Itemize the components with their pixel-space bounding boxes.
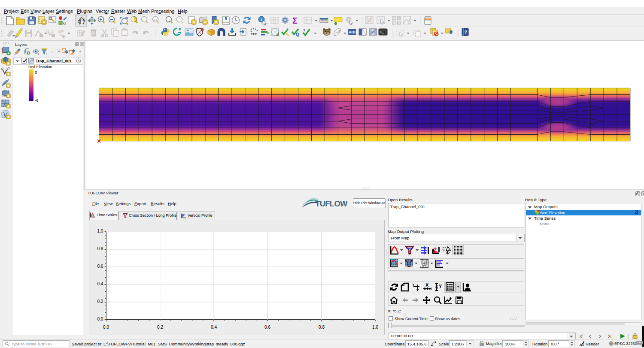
svg-text:Y: Y [439, 284, 442, 289]
svg-text:ARR: ARR [349, 30, 357, 34]
svg-text:?: ? [465, 30, 468, 35]
svg-text:ε: ε [398, 21, 399, 25]
svg-text:Y: Y [412, 283, 415, 287]
svg-text:>_: >_ [380, 30, 384, 34]
svg-text:1:1: 1:1 [154, 18, 158, 21]
svg-text:i: i [261, 17, 262, 22]
svg-text:TCF: TCF [251, 32, 258, 36]
svg-text:a: a [63, 20, 66, 25]
svg-text:X: X [425, 282, 429, 287]
svg-text:2: 2 [433, 246, 437, 253]
svg-text:Σ: Σ [292, 16, 298, 25]
svg-text:»: » [79, 49, 81, 54]
svg-text:ε: ε [51, 49, 53, 54]
svg-text:Q: Q [296, 32, 299, 37]
svg-text:Y: Y [416, 288, 419, 292]
svg-text:1: 1 [303, 28, 305, 32]
